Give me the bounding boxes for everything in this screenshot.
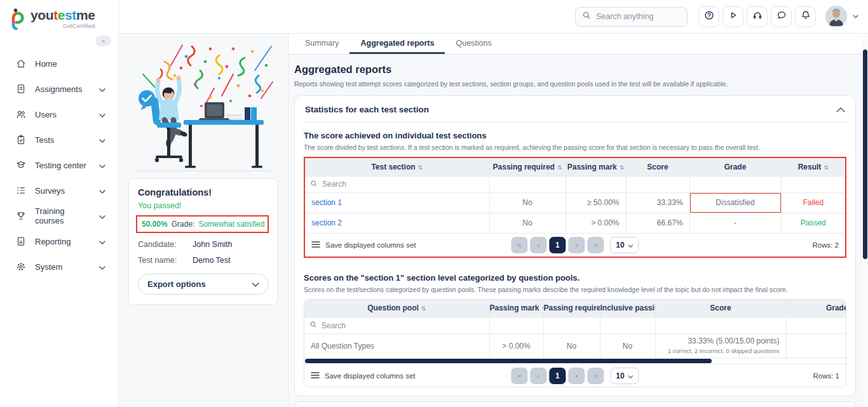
result-cell: Passed xyxy=(781,213,845,233)
sort-icon: ⇅ xyxy=(620,164,625,171)
sidebar: youtestme GetCertified « Home Assignment… xyxy=(0,0,119,407)
page-number-button[interactable]: 1 xyxy=(549,368,566,384)
score-breakdown: 1 correct, 2 incorrect, 0 skipped questi… xyxy=(662,347,780,355)
candidate-label: Candidate: xyxy=(138,240,193,249)
tab-aggregated-reports[interactable]: Aggregated reports xyxy=(349,34,445,54)
export-options-button[interactable]: Export options xyxy=(138,274,269,295)
sidebar-nav: Home Assignments Users Tests Testing cen… xyxy=(0,46,118,279)
pagination: « ‹ 1 › » 10 xyxy=(511,237,639,253)
sidebar-collapse-button[interactable]: « xyxy=(95,36,111,46)
tutorial-button[interactable] xyxy=(722,6,743,27)
sidebar-item-training-courses[interactable]: Training courses xyxy=(0,203,118,229)
last-page-button[interactable]: » xyxy=(587,368,604,384)
test-name-row: Test name: Demo Test xyxy=(138,256,269,265)
first-page-button[interactable]: « xyxy=(511,368,527,384)
support-button[interactable] xyxy=(747,6,768,27)
vertical-scrollbar-thumb[interactable] xyxy=(863,50,867,259)
page-size-select[interactable]: 10 xyxy=(610,237,639,253)
sort-icon: ⇅ xyxy=(418,164,423,171)
column-grade[interactable]: Grade xyxy=(786,300,846,317)
export-options-label: Export options xyxy=(147,279,206,289)
last-page-button[interactable]: » xyxy=(587,237,604,253)
help-icon xyxy=(703,10,715,23)
chevron-up-icon[interactable] xyxy=(836,107,845,112)
sidebar-item-system[interactable]: System xyxy=(0,254,118,279)
next-page-button[interactable]: › xyxy=(568,237,585,253)
columns-icon xyxy=(311,241,320,250)
grade-cell xyxy=(786,334,846,358)
sidebar-item-surveys[interactable]: Surveys xyxy=(0,178,118,203)
passing-mark-cell: > 0.00% xyxy=(489,334,543,358)
search-input[interactable] xyxy=(596,12,681,21)
save-columns-button[interactable]: Save displayed columns set xyxy=(311,241,416,250)
question-pool-filter-input[interactable] xyxy=(322,321,484,330)
test-name-value: Demo Test xyxy=(193,256,231,265)
sidebar-item-users[interactable]: Users xyxy=(0,102,118,127)
passing-mark-cell: ≥ 50.00% xyxy=(566,192,626,213)
first-page-button[interactable]: « xyxy=(511,237,527,253)
column-inclusive-passing[interactable]: Inclusive passing xyxy=(600,300,655,317)
table-footer: Save displayed columns set « ‹ 1 › » 10 xyxy=(305,234,845,257)
app-window: youtestme GetCertified « Home Assignment… xyxy=(0,0,868,407)
sidebar-item-home[interactable]: Home xyxy=(0,51,118,76)
prev-page-button[interactable]: ‹ xyxy=(530,368,546,384)
column-passing-required[interactable]: Passing required⇅ xyxy=(489,158,566,176)
horizontal-scrollbar-thumb[interactable] xyxy=(305,359,712,363)
page-number-button[interactable]: 1 xyxy=(549,237,566,253)
passing-required-cell: No xyxy=(489,213,566,233)
column-score[interactable]: Score xyxy=(626,158,689,176)
grade-label: Grade: xyxy=(172,220,195,229)
section-scores-heading: The score achieved on individual test se… xyxy=(304,131,846,140)
save-columns-button[interactable]: Save displayed columns set xyxy=(311,371,416,380)
profile-menu-chevron-icon[interactable] xyxy=(853,15,858,18)
score-grade-annotation: 50.00% Grade: Somewhat satisfied xyxy=(136,215,269,233)
help-button[interactable] xyxy=(698,6,719,27)
tab-summary[interactable]: Summary xyxy=(294,34,349,54)
sort-icon: ⇅ xyxy=(557,164,562,171)
sidebar-item-tests[interactable]: Tests xyxy=(0,127,118,152)
column-passing-mark[interactable]: Passing mark⇅ xyxy=(489,300,543,317)
topbar xyxy=(119,0,868,34)
sort-icon: ⇅ xyxy=(421,305,426,312)
sidebar-item-testing-center[interactable]: Testing center xyxy=(0,152,118,178)
page-subtitle: Reports showing test attempt scores cate… xyxy=(294,80,856,88)
page-size-select[interactable]: 10 xyxy=(610,368,639,384)
candidate-value: John Smith xyxy=(193,240,233,249)
section-link[interactable]: section 2 xyxy=(311,218,342,227)
prev-page-button[interactable]: ‹ xyxy=(530,237,546,253)
column-grade[interactable]: Grade xyxy=(689,158,781,176)
chevron-down-icon xyxy=(252,279,259,289)
brand-logo[interactable]: youtestme GetCertified xyxy=(0,0,118,30)
chat-icon xyxy=(776,10,787,23)
column-result[interactable]: Result⇅ xyxy=(781,158,845,176)
next-page-button[interactable]: › xyxy=(568,368,585,384)
avatar[interactable] xyxy=(825,6,847,27)
column-question-pool[interactable]: Question pool⇅ xyxy=(304,300,489,317)
table-row: section 2 No > 0.00% 66.67% - Passed xyxy=(305,213,845,233)
question-pool-cell: All Question Types xyxy=(304,334,489,358)
test-name-label: Test name: xyxy=(138,256,193,265)
column-test-section[interactable]: Test section⇅ xyxy=(305,158,489,176)
global-search[interactable] xyxy=(575,7,688,27)
pool-scores-heading: Scores on the "section 1" section level … xyxy=(304,273,846,283)
chevron-down-icon xyxy=(628,371,634,380)
tab-bar: Summary Aggregated reports Questions xyxy=(289,34,868,55)
test-section-filter-input[interactable] xyxy=(322,180,484,189)
table-row: All Question Types > 0.00% No No 33.33% … xyxy=(304,334,846,358)
sidebar-item-reporting[interactable]: Reporting xyxy=(0,229,118,254)
sidebar-item-label: System xyxy=(35,262,91,272)
column-score[interactable]: Score xyxy=(655,300,786,317)
column-passing-mark[interactable]: Passing mark⇅ xyxy=(566,158,626,176)
pass-status: You passed! xyxy=(138,201,269,210)
users-icon xyxy=(15,109,27,120)
section-link[interactable]: section 1 xyxy=(311,198,342,207)
chevron-down-icon xyxy=(99,159,105,171)
score-cell: 33.33% (5.00/15.00 points) 1 correct, 2 … xyxy=(655,334,786,358)
chat-button[interactable] xyxy=(771,6,792,27)
sidebar-item-assignments[interactable]: Assignments xyxy=(0,76,118,102)
column-passing-required[interactable]: Passing required xyxy=(543,300,600,317)
gear-icon xyxy=(15,261,27,272)
notifications-button[interactable] xyxy=(795,6,816,27)
tab-questions[interactable]: Questions xyxy=(445,34,502,54)
brand-tagline: GetCertified xyxy=(31,23,95,29)
